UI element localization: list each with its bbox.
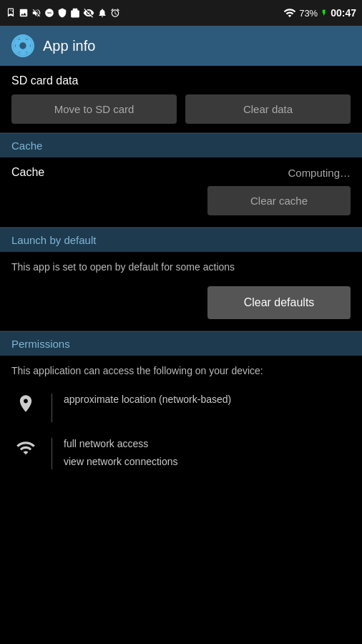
clear-defaults-button[interactable]: Clear defaults [207, 286, 351, 319]
permission-item-location: approximate location (network-based) [11, 392, 351, 422]
move-to-sd-card-button[interactable]: Move to SD card [11, 94, 177, 124]
app-bar-title: App info [43, 38, 95, 54]
clear-data-button[interactable]: Clear data [185, 94, 351, 124]
eye-off-icon [83, 6, 94, 19]
cache-label: Cache [11, 166, 44, 179]
network-permission-divider [52, 438, 52, 469]
permissions-section-header: Permissions [0, 331, 362, 356]
wifi-icon [16, 438, 36, 458]
signal-icon [283, 6, 296, 19]
wifi-icon-container [11, 436, 40, 458]
location-permission-text: approximate location (network-based) [64, 392, 351, 407]
notification-mute-icon [97, 6, 107, 19]
permissions-section: This application can access the followin… [0, 356, 362, 493]
cache-row: Cache Computing… [11, 166, 351, 179]
alarm-icon [110, 6, 120, 19]
main-content: SD card data Move to SD card Clear data … [0, 66, 362, 492]
full-network-access-text: full network access [64, 436, 351, 452]
location-icon-container [11, 392, 40, 414]
network-permission-texts: full network access view network connect… [64, 436, 351, 469]
clear-cache-button[interactable]: Clear cache [207, 186, 351, 215]
cache-computing-value: Computing… [288, 167, 351, 179]
image-icon [19, 6, 29, 19]
app-info-icon [11, 34, 34, 57]
battery-percentage: 73% [299, 8, 318, 19]
status-icons-right: 73% 00:47 [283, 6, 356, 19]
permission-item-network: full network access view network connect… [11, 436, 351, 469]
location-icon [16, 394, 36, 414]
location-permission-divider [52, 394, 52, 422]
status-icons-left [6, 6, 120, 19]
cache-section: Cache Computing… Clear cache [0, 157, 362, 228]
cache-section-header: Cache [0, 133, 362, 157]
launch-default-section: This app is set to open by default for s… [0, 252, 362, 331]
launch-default-description: This app is set to open by default for s… [11, 260, 351, 275]
view-network-connections-text: view network connections [64, 454, 351, 469]
bag-icon [70, 6, 80, 19]
app-bar: App info [0, 26, 362, 66]
mute-icon [31, 6, 41, 19]
sd-card-buttons: Move to SD card Clear data [11, 94, 351, 124]
cache-button-row: Clear cache [11, 186, 351, 215]
usb-icon [6, 6, 16, 19]
charging-icon [321, 6, 328, 19]
clear-defaults-row: Clear defaults [11, 286, 351, 319]
shield-icon [57, 6, 67, 19]
status-time: 00:47 [331, 7, 356, 19]
status-bar: 73% 00:47 [0, 0, 362, 26]
permissions-description: This application can access the followin… [11, 364, 351, 379]
sd-card-section: SD card data Move to SD card Clear data [0, 66, 362, 133]
location-permission-texts: approximate location (network-based) [64, 392, 351, 407]
minus-circle-icon [44, 6, 54, 19]
launch-default-section-header: Launch by default [0, 228, 362, 252]
sd-card-title: SD card data [11, 74, 351, 87]
